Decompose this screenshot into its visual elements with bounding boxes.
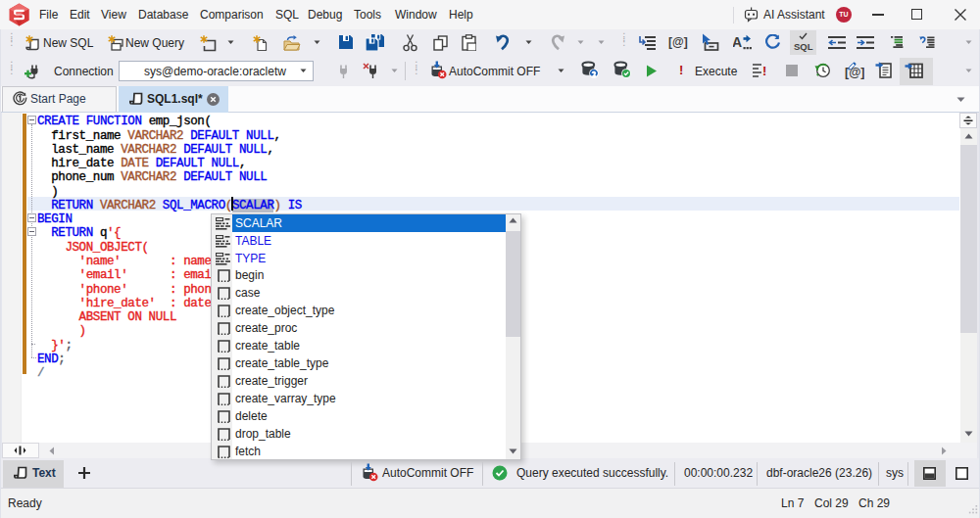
svg-text:A: A [733,34,742,50]
svg-text:[@]: [@] [845,66,864,79]
svg-text:!: ! [762,64,766,78]
